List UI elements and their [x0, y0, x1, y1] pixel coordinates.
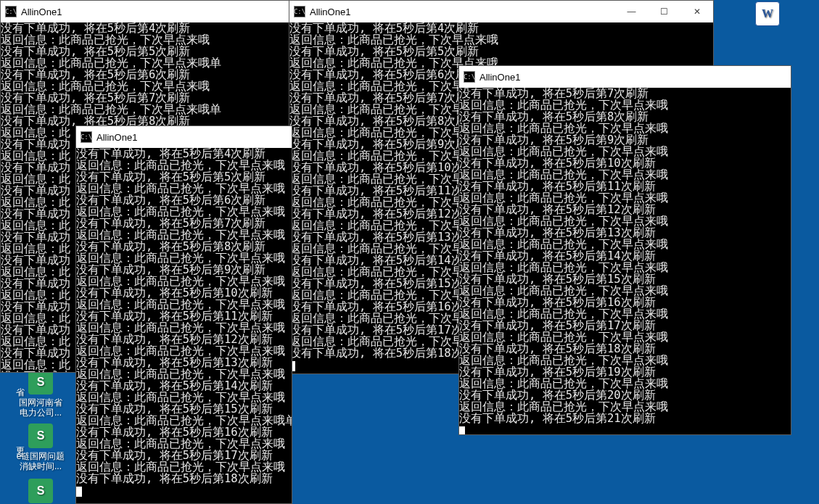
window-title: AllinOne1: [21, 7, 62, 17]
titlebar[interactable]: C:\AllinOne1: [76, 126, 292, 148]
window-title: AllinOne1: [480, 72, 520, 83]
window-title: AllinOne1: [96, 132, 137, 143]
spreadsheet-icon: S: [28, 370, 53, 394]
maximize-button[interactable]: ☐: [648, 1, 680, 22]
desktop-icon-file-3[interactable]: S: [13, 479, 68, 504]
console-output: 没有下单成功, 将在5秒后第4次刷新 返回信息：此商品已抢光，下次早点来哦 没有…: [76, 148, 292, 503]
console-output: 没有下单成功, 将在5秒后第7次刷新 返回信息：此商品已抢光，下次早点来哦 没有…: [459, 88, 791, 434]
titlebar[interactable]: C:\AllinOne1: [1, 1, 292, 22]
cursor: [459, 426, 465, 434]
console-window-4[interactable]: C:\AllinOne1没有下单成功, 将在5秒后第7次刷新 返回信息：此商品已…: [458, 65, 791, 435]
word-icon: W: [755, 1, 780, 26]
desktop-icon-file-2[interactable]: S e链国网问题 消缺时间...: [13, 424, 68, 471]
spreadsheet-icon: S: [28, 479, 53, 503]
spreadsheet-icon: S: [28, 424, 53, 448]
cmd-icon: C:\: [81, 131, 92, 143]
console-window-2[interactable]: C:\AllinOne1没有下单成功, 将在5秒后第4次刷新 返回信息：此商品已…: [75, 125, 292, 504]
close-button[interactable]: ✕: [680, 1, 713, 22]
cmd-icon: C:\: [464, 71, 475, 83]
desktop-label: 国网河南省 电力公司...: [19, 397, 62, 418]
titlebar[interactable]: C:\AllinOne1—☐✕: [289, 1, 713, 22]
cmd-icon: C:\: [5, 6, 17, 17]
minimize-button[interactable]: —: [615, 1, 648, 22]
titlebar[interactable]: C:\AllinOne1: [459, 66, 791, 88]
desktop-label: e链国网问题 消缺时间...: [17, 451, 65, 471]
desktop-icon-file-1[interactable]: S 国网河南省 电力公司...: [13, 370, 68, 418]
cursor: [76, 487, 82, 497]
cmd-icon: C:\: [294, 6, 305, 17]
window-title: AllinOne1: [310, 7, 350, 17]
desktop-icon-word[interactable]: W: [740, 1, 795, 29]
